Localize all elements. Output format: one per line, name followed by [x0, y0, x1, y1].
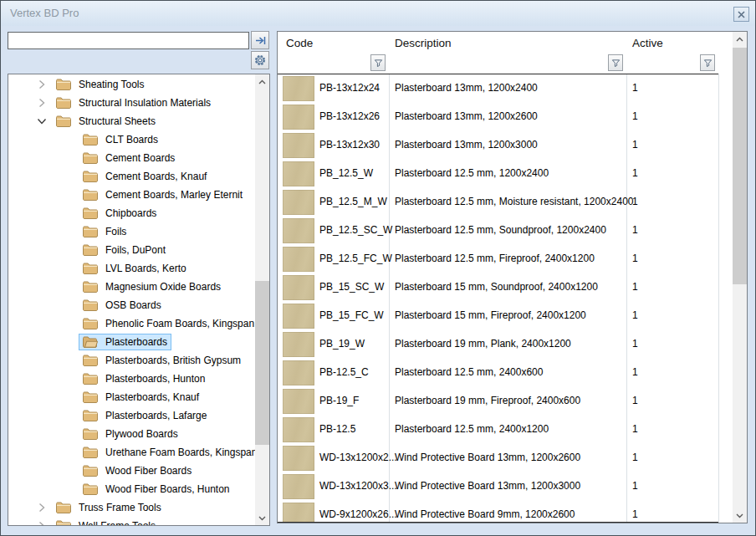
tree-chevron-icon[interactable]	[62, 446, 75, 459]
tree-chevron-icon[interactable]	[62, 482, 75, 496]
tree-chevron-icon[interactable]	[62, 170, 75, 183]
tree-item[interactable]: OSB Boards	[8, 296, 255, 314]
tree-item-label: Magnesium Oxide Boards	[105, 281, 221, 293]
table-scroll-up-button[interactable]	[733, 32, 747, 46]
tree-item-label: Foils	[105, 226, 126, 237]
table-row[interactable]: PB_15_SC_W Plasterboard 15 mm, Soundproo…	[278, 273, 733, 302]
tree-chevron-icon[interactable]	[62, 427, 75, 441]
tree-chevron-icon[interactable]	[62, 335, 75, 349]
table-row[interactable]: WD-9x1200x26... Wind Protective Board 9m…	[278, 501, 733, 523]
table-scrollbar[interactable]	[733, 32, 747, 523]
tree-item-label: Plasterboards, Knauf	[105, 391, 199, 403]
tree-item[interactable]: LVL Boards, Kerto	[8, 259, 255, 278]
tree-chevron-icon[interactable]	[62, 188, 75, 202]
table-row[interactable]: PB_12.5_FC_W Plasterboard 12.5 mm, Firep…	[278, 245, 733, 273]
tree-item[interactable]: Wood Fiber Boards, Hunton	[8, 480, 255, 498]
column-header-active[interactable]: Active	[632, 37, 663, 49]
table-row[interactable]: PB_12.5_W Plasterboard 12.5 mm, 1200x240…	[278, 160, 733, 188]
tree-chevron-icon[interactable]	[35, 96, 49, 110]
tree-item[interactable]: Structural Insulation Materials	[8, 94, 255, 112]
tree-scrollbar[interactable]	[255, 74, 269, 525]
tree-item[interactable]: Plasterboards, Lafarge	[8, 406, 255, 425]
tree-item[interactable]: Urethane Foam Boards, Kingspan	[8, 443, 255, 462]
cell-code: WD-9x1200x26...	[319, 508, 397, 520]
cell-code: PB_15_FC_W	[319, 309, 384, 321]
table-row[interactable]: PB-13x12x30 Plasterboard 13mm, 1200x3000…	[278, 131, 733, 160]
tree-chevron-icon[interactable]	[62, 225, 75, 238]
table-row[interactable]: PB-13x12x26 Plasterboard 13mm, 1200x2600…	[278, 103, 733, 131]
chevron-down-icon	[736, 513, 743, 518]
tree-chevron-icon[interactable]	[35, 115, 49, 128]
table-row[interactable]: PB-13x12x24 Plasterboard 13mm, 1200x2400…	[278, 74, 733, 103]
tree-item[interactable]: Foils, DuPont	[8, 241, 255, 259]
column-header-description[interactable]: Description	[395, 37, 452, 49]
tree-chevron-icon[interactable]	[62, 280, 75, 294]
tree-scroll-up-button[interactable]	[255, 74, 269, 89]
table-row[interactable]: PB_19_W Plasterboard 19 mm, Plank, 2400x…	[278, 330, 733, 359]
search-input[interactable]	[8, 32, 249, 49]
tree-item[interactable]: Sheating Tools	[8, 75, 255, 94]
tree-chevron-icon[interactable]	[62, 409, 75, 422]
tree-scrollbar-thumb[interactable]	[255, 281, 269, 445]
tree-chevron-icon[interactable]	[62, 464, 75, 477]
cell-active: 1	[632, 110, 638, 122]
tree-item[interactable]: Plasterboards, Knauf	[8, 388, 255, 406]
tree-item[interactable]: Plasterboards, Hunton	[8, 370, 255, 388]
tree-chevron-icon[interactable]	[62, 317, 75, 330]
tree-item[interactable]: Cement Boards, Marley Eternit	[8, 186, 255, 204]
chevron-up-icon	[258, 79, 266, 84]
tree-item[interactable]: Truss Frame Tools	[8, 498, 255, 517]
tree-chevron-icon[interactable]	[35, 501, 49, 514]
tree-scroll-down-button[interactable]	[255, 511, 269, 525]
search-go-button[interactable]	[251, 31, 269, 49]
folder-icon	[83, 244, 98, 256]
folder-icon	[83, 447, 98, 458]
folder-icon	[56, 97, 71, 109]
tree-item[interactable]: Plasterboards	[8, 333, 255, 351]
filter-button-description[interactable]	[608, 54, 623, 71]
settings-button[interactable]	[251, 51, 269, 69]
cell-active: 1	[632, 167, 638, 179]
tree-chevron-icon[interactable]	[62, 372, 75, 385]
close-button[interactable]	[733, 7, 749, 22]
tree-chevron-icon[interactable]	[62, 262, 75, 275]
gear-icon	[253, 54, 267, 67]
tree-item[interactable]: CLT Boards	[8, 130, 255, 149]
tree-item[interactable]: Phenolic Foam Boards, Kingspan	[8, 314, 255, 333]
table-row[interactable]: PB_15_FC_W Plasterboard 15 mm, Fireproof…	[278, 302, 733, 330]
tree-chevron-icon[interactable]	[62, 133, 75, 146]
table-row[interactable]: WD-13x1200x2... Wind Protective Board 13…	[278, 444, 733, 472]
tree-chevron-icon[interactable]	[62, 354, 75, 367]
filter-button-code[interactable]	[370, 54, 386, 71]
table-row[interactable]: PB-12.5_C Plasterboard 12.5 mm, 2400x600…	[278, 359, 733, 387]
tree-item[interactable]: Wall Frame Tools	[8, 517, 255, 525]
tree-chevron-icon[interactable]	[35, 519, 49, 525]
tree-item[interactable]: Structural Sheets	[8, 112, 255, 130]
table-row[interactable]: WD-13x1200x3... Wind Protective Board 13…	[278, 472, 733, 501]
column-header-code[interactable]: Code	[286, 37, 313, 49]
filter-button-active[interactable]	[700, 54, 715, 71]
tree-chevron-icon[interactable]	[62, 391, 75, 404]
table-header: Code Description Active	[278, 32, 733, 74]
tree-chevron-icon[interactable]	[62, 151, 75, 165]
tree-item[interactable]: Magnesium Oxide Boards	[8, 278, 255, 296]
table-row[interactable]: PB_12.5_M_W Plasterboard 12.5 mm, Moistu…	[278, 188, 733, 217]
tree-chevron-icon[interactable]	[62, 207, 75, 220]
cell-code: PB_19_W	[319, 338, 365, 350]
table-scrollbar-thumb[interactable]	[733, 48, 747, 284]
tree-chevron-icon[interactable]	[62, 299, 75, 312]
table-row[interactable]: PB-19_F Plasterboard 19 mm, Fireproof, 2…	[278, 387, 733, 416]
tree-item[interactable]: Wood Fiber Boards	[8, 462, 255, 480]
tree-chevron-icon[interactable]	[35, 78, 49, 91]
tree-chevron-icon[interactable]	[62, 243, 75, 257]
table-scroll-down-button[interactable]	[733, 508, 747, 523]
tree-item[interactable]: Cement Boards	[8, 149, 255, 167]
folder-icon	[56, 79, 71, 90]
tree-item[interactable]: Chipboards	[8, 204, 255, 222]
tree-item[interactable]: Foils	[8, 222, 255, 241]
tree-item[interactable]: Cement Boards, Knauf	[8, 167, 255, 186]
table-row[interactable]: PB_12.5_SC_W Plasterboard 12.5 mm, Sound…	[278, 217, 733, 245]
tree-item[interactable]: Plywood Boards	[8, 425, 255, 443]
table-row[interactable]: PB-12.5 Plasterboard 12.5 mm, 2400x1200 …	[278, 416, 733, 444]
tree-item[interactable]: Plasterboards, British Gypsum	[8, 351, 255, 370]
